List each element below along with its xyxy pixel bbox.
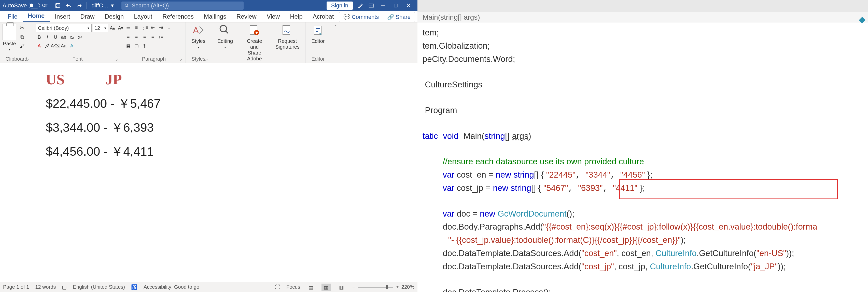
tab-draw[interactable]: Draw [75,11,99,22]
status-language[interactable]: English (United States) [73,284,125,290]
styles-button[interactable]: A Styles ▾ [188,24,208,49]
read-mode-icon[interactable]: ▤ [306,284,315,291]
search-box[interactable]: Search (Alt+Q) [121,2,244,10]
ribbon-body: Paste ▾ ✂ ⧉ 🖌 Clipboard⤢ Calibri (Body)▾… [0,22,417,63]
align-left-icon[interactable]: ≡ [125,33,132,40]
editor-button[interactable]: Editor [308,24,328,44]
tab-file[interactable]: File [3,11,23,22]
bold-button[interactable]: B [36,34,43,41]
numbering-icon[interactable]: ≡ [133,24,140,31]
bullets-icon[interactable]: ☰ [125,24,132,31]
tab-home[interactable]: Home [23,10,50,22]
status-accessibility[interactable]: Accessibility: Good to go [144,284,199,290]
text-effects-button[interactable]: A [68,42,75,50]
group-styles: A Styles ▾ Styles⤢ [186,22,211,63]
focus-icon[interactable]: ⛶ [275,284,280,290]
autosave-state: Off [42,3,48,8]
tab-acrobat[interactable]: Acrobat [308,11,339,22]
shading-icon[interactable]: ▦ [125,42,132,50]
create-pdf-button[interactable]: Create and Share Adobe PDF [242,24,267,67]
svg-rect-2 [57,6,59,8]
svg-rect-5 [369,4,374,7]
cut-icon[interactable]: ✂ [18,24,26,32]
zoom-in-icon[interactable]: + [396,284,399,290]
clipboard-launcher-icon[interactable]: ⤢ [27,58,30,62]
word-window: AutoSave Off diffC… ▾ Search (Alt+Q) Sig… [0,0,417,292]
superscript-button[interactable]: x² [76,34,84,41]
tab-design[interactable]: Design [99,11,129,22]
tab-mailings[interactable]: Mailings [199,11,231,22]
heading-jp: JP [105,71,122,88]
print-layout-icon[interactable]: ▦ [321,284,331,291]
breadcrumb[interactable]: Main(string[] args) [417,12,868,22]
undo-icon[interactable] [64,1,73,10]
code-area[interactable]: tem; tem.Globalization; peCity.Documents… [417,22,868,292]
paste-icon[interactable] [3,24,16,40]
status-page[interactable]: Page 1 of 1 [3,284,29,290]
pen-icon[interactable] [356,1,365,10]
tab-view[interactable]: View [262,11,285,22]
document-area[interactable]: US JP $22,445.00 - ￥5,467 $3,344.00 - ￥6… [0,63,417,282]
highlight-button[interactable]: 🖍 [44,42,51,50]
autosave-toggle[interactable]: AutoSave Off [3,2,48,9]
tab-insert[interactable]: Insert [50,11,75,22]
font-color-button[interactable]: A [36,42,43,50]
zoom-value[interactable]: 220% [401,284,414,290]
show-marks-icon[interactable]: ¶ [141,42,148,50]
doc-row-3: $4,456.00 - ￥4,411 [46,143,372,160]
change-case-button[interactable]: Aa [60,42,67,50]
titlebar: AutoSave Off diffC… ▾ Search (Alt+Q) Sig… [0,0,417,11]
zoom-out-icon[interactable]: − [352,284,355,290]
share-icon: 🔗 [387,14,394,20]
align-right-icon[interactable]: ≡ [141,33,148,40]
justify-icon[interactable]: ≡ [149,33,156,40]
collapse-ribbon-icon[interactable]: ˄ [331,22,340,63]
inc-indent-icon[interactable]: ⇥ [157,24,164,31]
format-painter-icon[interactable]: 🖌 [18,42,26,50]
subscript-button[interactable]: x₂ [68,34,75,41]
strike-button[interactable]: ab [60,34,67,41]
spellcheck-icon[interactable]: ▢ [62,284,67,290]
redo-icon[interactable] [75,1,84,10]
save-icon[interactable] [54,1,62,10]
font-size-select[interactable]: 12▾ [93,24,108,32]
share-button[interactable]: 🔗 Share [383,12,415,22]
comments-button[interactable]: 💬 Comments [339,12,383,22]
editing-button[interactable]: Editing ▾ [214,24,236,49]
autosave-toggle-switch[interactable] [29,3,40,8]
underline-button[interactable]: U [52,34,59,41]
grow-font-icon[interactable]: A▴ [109,25,116,32]
multilevel-icon[interactable]: ⋮≡ [141,24,148,31]
maximize-button[interactable]: □ [390,0,402,11]
zoom-slider[interactable] [358,287,393,288]
tab-references[interactable]: References [157,11,199,22]
signin-button[interactable]: Sign in [327,2,353,10]
close-button[interactable]: ✕ [402,0,415,11]
styles-launcher-icon[interactable]: ⤢ [205,58,208,62]
minimize-button[interactable]: ─ [377,0,390,11]
clear-format-button[interactable]: A⌫ [52,42,59,50]
doc-name-dropdown-icon[interactable]: ▾ [111,2,114,9]
borders-icon[interactable]: ▢ [133,42,140,50]
line-spacing-icon[interactable]: ↕≡ [157,33,164,40]
paragraph-launcher-icon[interactable]: ⤢ [180,58,183,62]
statusbar: Page 1 of 1 12 words ▢ English (United S… [0,282,417,292]
dec-indent-icon[interactable]: ⇤ [149,24,156,31]
tab-review[interactable]: Review [231,11,262,22]
align-center-icon[interactable]: ≡ [133,33,140,40]
web-layout-icon[interactable]: ▥ [337,284,346,291]
ribbon-display-icon[interactable] [367,1,376,10]
font-launcher-icon[interactable]: ⤢ [116,58,119,62]
font-name-select[interactable]: Calibri (Body)▾ [36,24,92,32]
status-words[interactable]: 12 words [35,284,56,290]
doc-row-2: $3,344.00 - ￥6,393 [46,119,372,136]
status-focus[interactable]: Focus [286,284,300,290]
sort-icon[interactable]: ↕ [165,24,173,31]
tab-help[interactable]: Help [285,11,308,22]
paste-dropdown-icon[interactable]: ▾ [9,47,10,51]
request-signatures-button[interactable]: Request Signatures [272,24,303,50]
copy-icon[interactable]: ⧉ [18,33,26,41]
tab-layout[interactable]: Layout [129,11,157,22]
italic-button[interactable]: I [44,34,51,41]
svg-rect-12 [283,26,290,35]
